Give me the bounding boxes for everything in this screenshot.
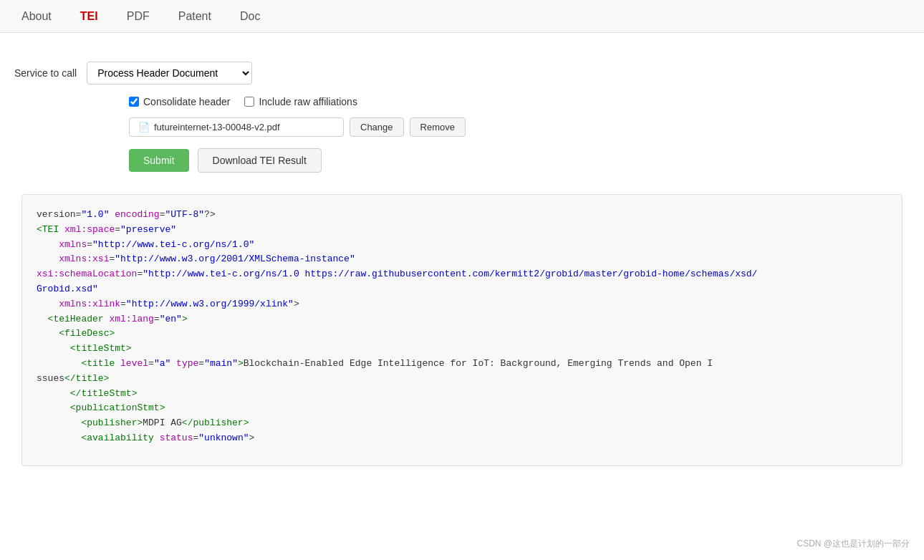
service-select[interactable]: Process Header DocumentProcess Full Docu… bbox=[87, 62, 252, 85]
service-label: Service to call bbox=[14, 67, 77, 79]
xml-line-12: ssues</title> bbox=[37, 372, 887, 387]
consolidate-header-text: Consolidate header bbox=[143, 96, 230, 107]
file-row: 📄 futureinternet-13-00048-v2.pdf Change … bbox=[129, 117, 910, 137]
service-row: Service to call Process Header DocumentP… bbox=[14, 62, 910, 85]
action-row: Submit Download TEI Result bbox=[129, 148, 910, 173]
xml-line-13: </titleStmt> bbox=[37, 387, 887, 402]
nav-item-pdf[interactable]: PDF bbox=[112, 0, 164, 33]
include-raw-affiliations-text: Include raw affiliations bbox=[259, 96, 357, 107]
main-content: Service to call Process Header DocumentP… bbox=[0, 33, 924, 488]
xml-line-10: <titleStmt> bbox=[37, 342, 887, 357]
xml-line-8: <teiHeader xml:lang="en"> bbox=[37, 312, 887, 327]
include-raw-affiliations-checkbox[interactable] bbox=[244, 97, 254, 107]
file-icon: 📄 bbox=[138, 122, 150, 132]
submit-button[interactable]: Submit bbox=[129, 149, 189, 172]
xml-line-2: <TEI xml:space="preserve" bbox=[37, 223, 887, 238]
xml-line-14: <publicationStmt> bbox=[37, 401, 887, 416]
change-button[interactable]: Change bbox=[350, 117, 404, 137]
xml-line-11: <title level="a" type="main">Blockchain-… bbox=[37, 357, 887, 372]
nav-item-patent[interactable]: Patent bbox=[164, 0, 226, 33]
include-raw-affiliations-label[interactable]: Include raw affiliations bbox=[244, 96, 357, 107]
xml-line-3: xmlns="http://www.tei-c.org/ns/1.0" bbox=[37, 238, 887, 253]
xml-output: version="1.0" encoding="UTF-8"?> <TEI xm… bbox=[21, 194, 903, 466]
xml-line-5: xsi:schemaLocation="http://www.tei-c.org… bbox=[37, 267, 887, 282]
nav-item-doc[interactable]: Doc bbox=[226, 0, 274, 33]
file-display: 📄 futureinternet-13-00048-v2.pdf bbox=[129, 117, 344, 137]
xml-line-16: <availability status="unknown"> bbox=[37, 431, 887, 446]
consolidate-header-label[interactable]: Consolidate header bbox=[129, 96, 230, 107]
options-row: Consolidate header Include raw affiliati… bbox=[129, 96, 910, 107]
download-tei-button[interactable]: Download TEI Result bbox=[198, 148, 322, 173]
xml-line-9: <fileDesc> bbox=[37, 327, 887, 342]
remove-button[interactable]: Remove bbox=[410, 117, 466, 137]
file-name: futureinternet-13-00048-v2.pdf bbox=[154, 122, 280, 132]
xml-line-15: <publisher>MDPI AG</publisher> bbox=[37, 416, 887, 431]
nav-item-tei[interactable]: TEI bbox=[66, 0, 112, 33]
xml-line-1: version="1.0" encoding="UTF-8"?> bbox=[37, 208, 887, 223]
consolidate-header-checkbox[interactable] bbox=[129, 97, 139, 107]
nav-item-about[interactable]: About bbox=[7, 0, 66, 33]
xml-line-6: Grobid.xsd" bbox=[37, 282, 887, 297]
xml-line-4: xmlns:xsi="http://www.w3.org/2001/XMLSch… bbox=[37, 252, 887, 267]
xml-line-7: xmlns:xlink="http://www.w3.org/1999/xlin… bbox=[37, 297, 887, 312]
nav-bar: About TEI PDF Patent Doc bbox=[0, 0, 924, 33]
